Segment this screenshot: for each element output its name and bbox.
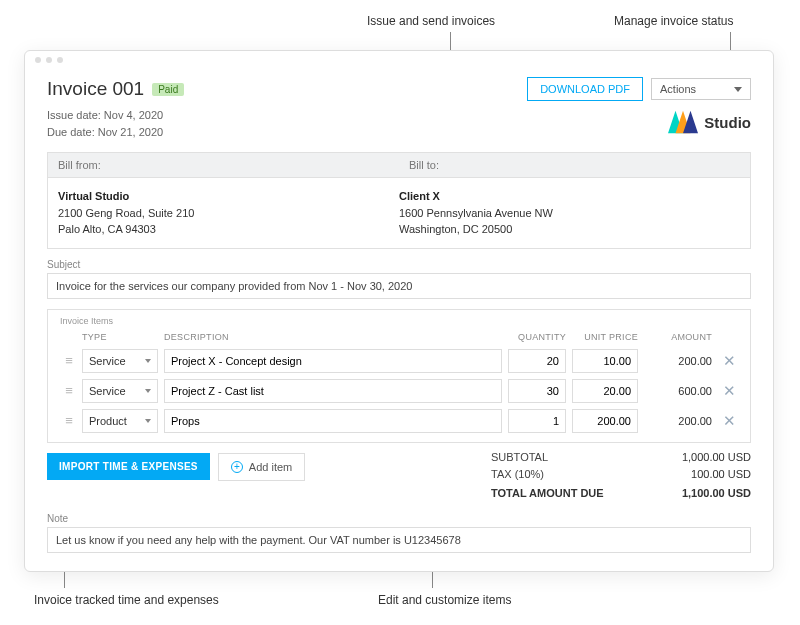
col-header-price: UNIT PRICE [572, 332, 644, 342]
invoice-title: Invoice 001 [47, 78, 144, 100]
item-qty-input[interactable] [508, 409, 566, 433]
delete-item-icon[interactable]: ✕ [716, 382, 742, 400]
item-amount: 200.00 [644, 415, 716, 427]
status-badge: Paid [152, 83, 184, 96]
item-row: ≡ Product 200.00 ✕ [56, 406, 742, 436]
subject-input[interactable] [47, 273, 751, 299]
actions-label: Actions [660, 83, 696, 95]
item-price-input[interactable] [572, 349, 638, 373]
actions-dropdown[interactable]: Actions [651, 78, 751, 100]
total-label: TOTAL AMOUNT DUE [491, 487, 604, 499]
col-header-type: TYPE [82, 332, 164, 342]
brand-logo-icon [668, 110, 698, 134]
bill-to-line1: 1600 Pennsylvania Avenue NW [399, 205, 740, 222]
item-price-input[interactable] [572, 409, 638, 433]
add-item-button[interactable]: + Add item [218, 453, 305, 481]
chevron-down-icon [734, 87, 742, 92]
delete-item-icon[interactable]: ✕ [716, 352, 742, 370]
subject-label: Subject [47, 259, 751, 270]
item-amount: 200.00 [644, 355, 716, 367]
bill-to-line2: Washington, DC 20500 [399, 221, 740, 238]
bill-from-line1: 2100 Geng Road, Suite 210 [58, 205, 399, 222]
item-desc-input[interactable] [164, 349, 502, 373]
item-desc-input[interactable] [164, 379, 502, 403]
item-type-select[interactable]: Product [82, 409, 158, 433]
window-titlebar [25, 51, 773, 69]
brand-logo-text: Studio [704, 114, 751, 131]
drag-handle-icon[interactable]: ≡ [56, 414, 82, 427]
drag-handle-icon[interactable]: ≡ [56, 384, 82, 397]
annotation-tracked: Invoice tracked time and expenses [34, 593, 219, 607]
item-qty-input[interactable] [508, 379, 566, 403]
bill-from-line2: Palo Alto, CA 94303 [58, 221, 399, 238]
item-price-input[interactable] [572, 379, 638, 403]
bill-from-name: Virtual Studio [58, 188, 399, 205]
item-amount: 600.00 [644, 385, 716, 397]
item-row: ≡ Service 600.00 ✕ [56, 376, 742, 406]
bill-from-block: Virtual Studio 2100 Geng Road, Suite 210… [58, 188, 399, 238]
app-window: Invoice 001 Paid DOWNLOAD PDF Actions Is… [24, 50, 774, 572]
chevron-down-icon [145, 359, 151, 363]
invoice-items-title: Invoice Items [56, 310, 742, 328]
annotation-edit-items: Edit and customize items [378, 593, 511, 607]
item-type-select[interactable]: Service [82, 379, 158, 403]
drag-handle-icon[interactable]: ≡ [56, 354, 82, 367]
item-type-select[interactable]: Service [82, 349, 158, 373]
bill-to-block: Client X 1600 Pennsylvania Avenue NW Was… [399, 188, 740, 238]
window-dot [46, 57, 52, 63]
plus-circle-icon: + [231, 461, 243, 473]
delete-item-icon[interactable]: ✕ [716, 412, 742, 430]
note-label: Note [47, 513, 751, 524]
window-dot [35, 57, 41, 63]
col-header-qty: QUANTITY [508, 332, 572, 342]
total-value: 1,100.00 USD [682, 487, 751, 499]
item-type-value: Service [89, 385, 126, 397]
tax-value: 100.00 USD [691, 468, 751, 480]
item-row: ≡ Service 200.00 ✕ [56, 346, 742, 376]
bill-from-header: Bill from: [48, 153, 399, 177]
col-header-desc: DESCRIPTION [164, 332, 508, 342]
annotation-issue-send: Issue and send invoices [367, 14, 495, 28]
item-qty-input[interactable] [508, 349, 566, 373]
annotation-manage-status: Manage invoice status [614, 14, 733, 28]
col-header-amount: AMOUNT [644, 332, 716, 342]
bill-to-name: Client X [399, 188, 740, 205]
chevron-down-icon [145, 389, 151, 393]
item-type-value: Service [89, 355, 126, 367]
item-desc-input[interactable] [164, 409, 502, 433]
subtotal-label: SUBTOTAL [491, 451, 548, 463]
item-type-value: Product [89, 415, 127, 427]
subtotal-value: 1,000.00 USD [682, 451, 751, 463]
download-pdf-button[interactable]: DOWNLOAD PDF [527, 77, 643, 101]
chevron-down-icon [145, 419, 151, 423]
note-input[interactable] [47, 527, 751, 553]
add-item-label: Add item [249, 461, 292, 473]
bill-to-header: Bill to: [399, 153, 750, 177]
tax-label: TAX (10%) [491, 468, 544, 480]
import-time-expenses-button[interactable]: IMPORT TIME & EXPENSES [47, 453, 210, 480]
invoice-items-box: Invoice Items TYPE DESCRIPTION QUANTITY … [47, 309, 751, 443]
window-dot [57, 57, 63, 63]
